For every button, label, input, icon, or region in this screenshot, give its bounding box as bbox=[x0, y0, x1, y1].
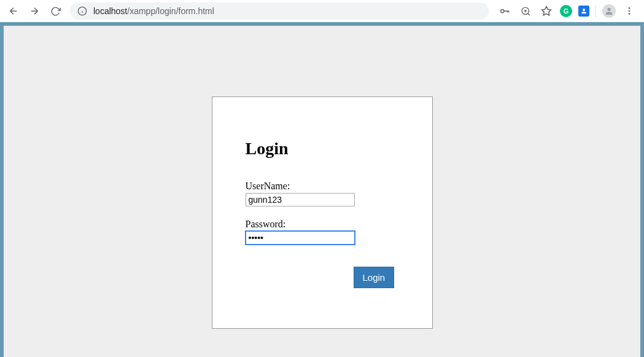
reload-icon bbox=[50, 6, 61, 17]
extension-blue-icon[interactable] bbox=[578, 6, 589, 17]
svg-point-13 bbox=[629, 13, 630, 15]
browser-toolbar: localhost/xampp/login/form.html G bbox=[0, 0, 644, 22]
username-label: UserName: bbox=[246, 181, 399, 192]
forward-button[interactable] bbox=[26, 2, 43, 20]
dots-vertical-icon bbox=[624, 6, 634, 16]
svg-marker-8 bbox=[542, 7, 551, 15]
username-input[interactable] bbox=[246, 193, 355, 206]
person-icon bbox=[604, 6, 614, 16]
toolbar-divider bbox=[596, 5, 596, 17]
arrow-left-icon bbox=[8, 6, 19, 17]
password-input[interactable] bbox=[246, 231, 355, 245]
url-path: /xampp/login/form.html bbox=[127, 6, 214, 16]
login-button[interactable]: Login bbox=[354, 267, 395, 288]
password-field-group: Password: bbox=[246, 219, 399, 245]
profile-avatar[interactable] bbox=[602, 4, 616, 18]
toolbar-right: G bbox=[495, 4, 639, 18]
url-host: localhost bbox=[93, 6, 127, 16]
page-scroll-area[interactable]: Login UserName: Password: Login bbox=[4, 26, 640, 357]
login-title: Login bbox=[246, 139, 399, 159]
svg-line-5 bbox=[527, 13, 529, 15]
extension-grammarly-icon[interactable]: G bbox=[560, 5, 572, 17]
svg-point-10 bbox=[607, 8, 610, 11]
info-icon[interactable] bbox=[77, 6, 87, 16]
username-field-group: UserName: bbox=[246, 181, 399, 206]
back-button[interactable] bbox=[5, 2, 22, 20]
svg-point-11 bbox=[629, 7, 630, 9]
url-text: localhost/xampp/login/form.html bbox=[93, 6, 214, 16]
password-label: Password: bbox=[246, 219, 399, 230]
menu-button[interactable] bbox=[622, 4, 637, 18]
address-bar[interactable]: localhost/xampp/login/form.html bbox=[70, 2, 489, 20]
page-content: Login UserName: Password: Login bbox=[4, 26, 640, 357]
login-card: Login UserName: Password: Login bbox=[212, 96, 433, 329]
star-icon[interactable] bbox=[539, 4, 554, 18]
svg-point-3 bbox=[501, 9, 504, 12]
reload-button[interactable] bbox=[47, 2, 64, 20]
zoom-icon[interactable] bbox=[518, 4, 533, 18]
svg-point-9 bbox=[583, 9, 585, 11]
viewport-frame: Login UserName: Password: Login bbox=[0, 22, 644, 357]
svg-point-12 bbox=[629, 10, 630, 12]
arrow-right-icon bbox=[29, 6, 40, 17]
password-key-icon[interactable] bbox=[497, 4, 512, 18]
